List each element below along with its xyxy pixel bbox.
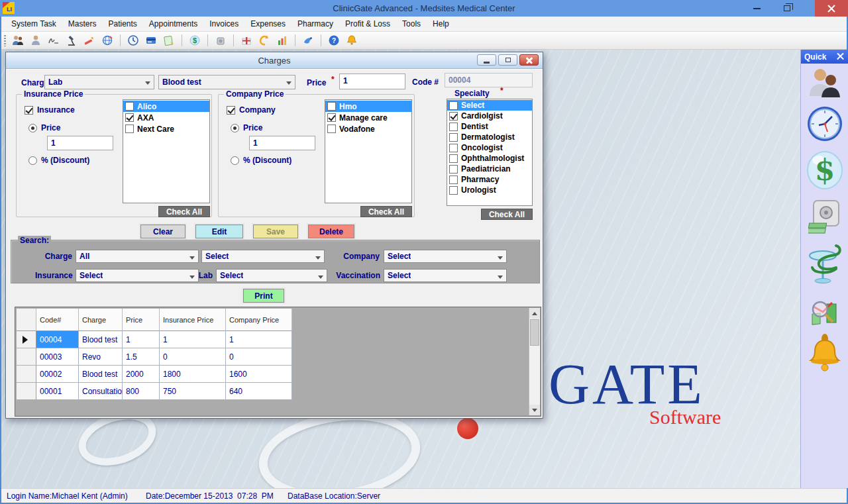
grid-cell[interactable]: 0 bbox=[160, 348, 226, 366]
checkbox-icon[interactable] bbox=[125, 113, 134, 122]
restore-button[interactable] bbox=[774, 0, 800, 17]
reminder-bell-icon[interactable] bbox=[344, 33, 359, 48]
company-discount-radio[interactable]: % (Discount) bbox=[231, 156, 292, 165]
company-price-radio[interactable]: Price bbox=[231, 123, 262, 132]
radio-icon[interactable] bbox=[231, 124, 239, 132]
grid-cell[interactable]: 0 bbox=[226, 348, 292, 366]
minimize-button[interactable] bbox=[743, 0, 770, 17]
list-item[interactable]: Alico bbox=[123, 101, 209, 112]
checkbox-icon[interactable] bbox=[25, 106, 33, 115]
checkbox-icon[interactable] bbox=[449, 112, 458, 121]
grid-cell[interactable]: 00003 bbox=[36, 348, 79, 366]
checkbox-icon[interactable] bbox=[449, 101, 458, 110]
menu-appointments[interactable]: Appointments bbox=[143, 17, 203, 30]
grid-vertical-scrollbar[interactable] bbox=[529, 308, 540, 415]
row-selector-cell[interactable] bbox=[17, 331, 36, 348]
dialog-maximize-button[interactable] bbox=[498, 54, 517, 66]
quick-reports-analysis-icon[interactable] bbox=[807, 297, 843, 332]
menu-patients[interactable]: Patients bbox=[103, 17, 143, 30]
grid-cell[interactable]: 00001 bbox=[36, 383, 79, 400]
grid-cell[interactable]: 00004 bbox=[36, 331, 79, 348]
grid-column-header[interactable]: Price bbox=[123, 309, 160, 331]
delete-button[interactable]: Delete bbox=[308, 225, 354, 238]
grid-cell[interactable]: 1.5 bbox=[123, 348, 160, 366]
help-icon[interactable]: ? bbox=[327, 33, 341, 48]
checkbox-icon[interactable] bbox=[227, 106, 235, 115]
checkbox-icon[interactable] bbox=[327, 125, 336, 133]
menu-tools[interactable]: Tools bbox=[396, 17, 427, 30]
specialty-check-all-button[interactable]: Check All bbox=[481, 209, 533, 220]
edit-button[interactable]: Edit bbox=[195, 225, 243, 238]
list-item[interactable]: Urologist bbox=[447, 185, 532, 195]
insurance-list[interactable]: Alico AXA Next Care bbox=[123, 99, 210, 203]
microscope-icon[interactable] bbox=[64, 33, 79, 48]
list-item[interactable]: Ophthalmologist bbox=[447, 153, 532, 164]
close-button[interactable] bbox=[815, 0, 848, 17]
specialty-list[interactable]: Select Cardiolgist Dentist Dermatologist… bbox=[447, 99, 533, 206]
checkbox-icon[interactable] bbox=[327, 113, 336, 122]
quick-patients-icon[interactable] bbox=[807, 66, 843, 103]
radio-icon[interactable] bbox=[231, 156, 239, 165]
search-charge-select[interactable]: All bbox=[76, 250, 199, 263]
menu-expenses[interactable]: Expenses bbox=[244, 17, 292, 30]
prescription-pen-icon[interactable] bbox=[82, 33, 97, 48]
patients-pair-icon[interactable] bbox=[11, 33, 25, 48]
messenger-bird-icon[interactable] bbox=[301, 33, 315, 48]
quick-pharmacy-snake-icon[interactable] bbox=[806, 242, 844, 288]
grid-cell[interactable]: 640 bbox=[226, 383, 292, 400]
scroll-up-button[interactable] bbox=[529, 308, 540, 319]
dialog-close-button[interactable] bbox=[519, 54, 539, 66]
checkbox-icon[interactable] bbox=[449, 133, 458, 142]
grid-cell[interactable]: Blood test bbox=[79, 366, 123, 383]
search-charge-item-select[interactable]: Select bbox=[201, 250, 325, 263]
charge-type-select[interactable]: Lab bbox=[44, 75, 154, 89]
row-selector-cell[interactable] bbox=[17, 383, 36, 400]
grid-cell[interactable]: 1 bbox=[226, 331, 292, 348]
list-item[interactable]: Next Care bbox=[123, 123, 209, 134]
quick-close-icon[interactable] bbox=[837, 53, 844, 60]
list-item[interactable]: Cardiolgist bbox=[447, 111, 532, 121]
charge-item-select[interactable]: Blood test bbox=[158, 75, 295, 89]
grid-column-header[interactable]: Company Price bbox=[226, 309, 292, 331]
checkbox-icon[interactable] bbox=[449, 186, 458, 195]
gift-box-icon[interactable] bbox=[239, 33, 254, 48]
menu-masters[interactable]: Masters bbox=[62, 17, 103, 30]
company-price-input[interactable]: 1 bbox=[249, 136, 315, 150]
quick-appointments-clock-icon[interactable] bbox=[806, 105, 844, 145]
menu-invoices[interactable]: Invoices bbox=[203, 17, 244, 30]
scroll-down-button[interactable] bbox=[529, 405, 540, 415]
row-selector-cell[interactable] bbox=[17, 366, 36, 383]
list-item[interactable]: AXA bbox=[123, 112, 209, 123]
list-item[interactable]: Pharmacy bbox=[447, 174, 532, 185]
list-item[interactable]: Vodafone bbox=[325, 123, 411, 134]
sales-chart-icon[interactable] bbox=[275, 33, 290, 48]
grid-cell[interactable]: 1800 bbox=[160, 366, 226, 383]
grid-cell[interactable]: Consultation bbox=[79, 383, 123, 400]
table-row[interactable]: 00003 Revo 1.5 0 0 bbox=[17, 348, 292, 366]
web-globe-icon[interactable] bbox=[100, 33, 115, 48]
dollar-coin-icon[interactable]: $ bbox=[187, 33, 202, 48]
payment-card-icon[interactable] bbox=[144, 33, 158, 48]
grid-column-header[interactable]: Code# bbox=[36, 309, 79, 331]
quick-cash-safe-icon[interactable] bbox=[808, 199, 841, 238]
menu-profit-loss[interactable]: Profit & Loss bbox=[339, 17, 396, 30]
insurance-check-all-button[interactable]: Check All bbox=[158, 206, 210, 217]
scrollbar-thumb[interactable] bbox=[530, 319, 539, 346]
appointments-clock-icon[interactable] bbox=[126, 33, 140, 48]
storage-box-icon[interactable] bbox=[213, 33, 228, 48]
checkbox-icon[interactable] bbox=[449, 154, 458, 163]
code-input[interactable]: 00004 bbox=[445, 73, 533, 87]
company-list[interactable]: Hmo Manage care Vodafone bbox=[325, 99, 412, 203]
checkbox-icon[interactable] bbox=[125, 102, 134, 111]
quick-billing-dollar-icon[interactable]: $ bbox=[806, 150, 843, 192]
grid-cell[interactable]: 1600 bbox=[226, 366, 292, 383]
checkbox-icon[interactable] bbox=[449, 176, 458, 184]
signature-icon[interactable] bbox=[46, 33, 61, 48]
checkbox-icon[interactable] bbox=[449, 144, 458, 152]
list-item[interactable]: Dermatologist bbox=[447, 132, 532, 142]
menu-help[interactable]: Help bbox=[427, 17, 455, 30]
list-item[interactable]: Paediatrician bbox=[447, 164, 532, 174]
grid-column-header[interactable]: Charge bbox=[79, 309, 123, 331]
search-vaccination-select[interactable]: Select bbox=[384, 269, 507, 282]
list-item[interactable]: Hmo bbox=[325, 101, 411, 112]
